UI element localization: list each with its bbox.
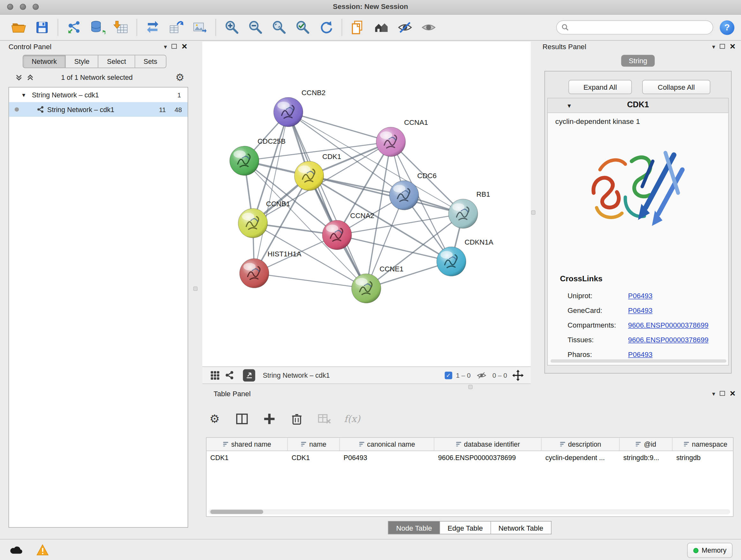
edge-CDK1-RB1[interactable] xyxy=(309,176,463,213)
network-node-CCNA1[interactable]: CCNA1 xyxy=(376,118,428,157)
cell-database-identifier[interactable]: 9606.ENSP00000378699 xyxy=(434,451,542,464)
table-options-gear-icon[interactable]: ⚙ xyxy=(207,411,222,426)
save-session-button[interactable] xyxy=(30,17,54,38)
cell-namespace[interactable]: stringdb xyxy=(672,451,733,464)
open-in-new-window-button[interactable] xyxy=(243,369,255,381)
float-panel-icon[interactable] xyxy=(720,391,725,396)
cell-description[interactable]: cyclin-dependent ... xyxy=(542,451,619,464)
column-header-name[interactable]: name xyxy=(288,438,340,450)
network-node-CCNE1[interactable]: CCNE1 xyxy=(352,265,404,303)
float-panel-icon[interactable] xyxy=(720,44,725,49)
collapse-all-button[interactable]: Collapse All xyxy=(643,80,711,94)
column-header-shared-name[interactable]: shared name xyxy=(206,438,288,450)
expand-all-button[interactable]: Expand All xyxy=(569,80,632,94)
help-button[interactable]: ? xyxy=(720,20,734,35)
crosslink-link[interactable]: P06493 xyxy=(628,307,653,314)
horizontal-scrollbar[interactable] xyxy=(208,509,730,514)
network-node-CDC6[interactable]: CDC6 xyxy=(389,172,436,210)
column-header-namespace[interactable]: namespace xyxy=(672,438,733,450)
edge-CCNA2-CDKN1A[interactable] xyxy=(337,235,451,261)
zoom-selected-button[interactable] xyxy=(291,17,314,38)
edge-CCNB2-HIST1H1A[interactable] xyxy=(254,112,288,273)
add-column-icon[interactable] xyxy=(262,411,277,426)
results-scrollbar[interactable] xyxy=(550,359,726,362)
scrollbar-thumb[interactable] xyxy=(210,509,263,514)
panel-menu-icon[interactable]: ▾ xyxy=(712,44,715,50)
open-session-button[interactable] xyxy=(7,17,30,38)
gene-section-header[interactable]: ▾ CDK1 xyxy=(548,98,728,113)
network-collection-row[interactable]: ▾ String Network – cdk1 1 xyxy=(9,87,188,102)
close-panel-icon[interactable]: × xyxy=(182,43,187,50)
reload-network-button[interactable] xyxy=(141,17,164,38)
tab-string[interactable]: String xyxy=(621,55,655,67)
grid-view-icon[interactable] xyxy=(208,369,222,381)
cell-name[interactable]: CDK1 xyxy=(288,451,340,464)
cell-canonical-name[interactable]: P06493 xyxy=(340,451,434,464)
panel-menu-icon[interactable]: ▾ xyxy=(164,44,167,50)
zoom-in-button[interactable] xyxy=(220,17,244,38)
duplicate-network-button[interactable] xyxy=(346,17,369,38)
show-hide-graphics-details-button[interactable] xyxy=(393,17,417,38)
cell--id[interactable]: stringdb:9... xyxy=(619,451,672,464)
column-header-description[interactable]: description xyxy=(542,438,619,450)
cloud-services-button[interactable] xyxy=(8,543,24,557)
delete-column-trash-icon[interactable] xyxy=(289,411,304,426)
close-panel-icon[interactable]: × xyxy=(730,389,735,397)
column-header-database-identifier[interactable]: database identifier xyxy=(434,438,542,450)
zoom-fit-button[interactable] xyxy=(267,17,291,38)
function-builder-icon: f(x) xyxy=(344,413,360,425)
disclosure-triangle-icon[interactable]: ▾ xyxy=(22,91,25,98)
network-options-gear-icon[interactable]: ⚙ xyxy=(176,72,185,82)
export-image-button[interactable] xyxy=(188,17,212,38)
network-node-CDKN1A[interactable]: CDKN1A xyxy=(436,238,493,276)
crosslink-link[interactable]: P06493 xyxy=(628,292,653,300)
tab-node-table[interactable]: Node Table xyxy=(388,521,440,534)
memory-button[interactable]: Memory xyxy=(687,543,732,558)
column-header-canonical-name[interactable]: canonical name xyxy=(340,438,434,450)
vertical-splitter-handle[interactable] xyxy=(531,210,536,214)
zoom-out-button[interactable] xyxy=(244,17,267,38)
tab-sets[interactable]: Sets xyxy=(135,55,165,68)
edge-CCNB2-CCNA1[interactable] xyxy=(288,112,391,142)
edge-HIST1H1A-CCNE1[interactable] xyxy=(254,273,366,288)
search-input[interactable] xyxy=(569,23,708,32)
home-button[interactable] xyxy=(369,17,393,38)
table-row[interactable]: CDK1CDK1P064939606.ENSP00000378699cyclin… xyxy=(206,451,733,464)
import-table-from-file-button[interactable] xyxy=(109,17,133,38)
network-node-CCNB1[interactable]: CCNB1 xyxy=(238,200,290,238)
refresh-view-button[interactable] xyxy=(314,17,338,38)
edge-CCNB2-CCNE1[interactable] xyxy=(288,112,366,288)
crosslink-link[interactable]: 9606.ENSP00000378699 xyxy=(628,335,709,344)
crosslink-link[interactable]: P06493 xyxy=(628,350,653,358)
tab-network[interactable]: Network xyxy=(23,55,66,68)
new-network-from-table-button[interactable] xyxy=(164,17,188,38)
cell-shared-name[interactable]: CDK1 xyxy=(206,451,288,464)
panel-menu-icon[interactable]: ▾ xyxy=(712,390,715,396)
network-node-CDK1[interactable]: CDK1 xyxy=(294,152,341,191)
vertical-splitter-handle[interactable] xyxy=(193,287,198,291)
window-title: Session: New Session xyxy=(0,2,741,10)
crosslink-link[interactable]: 9606.ENSP00000378699 xyxy=(628,321,709,329)
network-node-HIST1H1A[interactable]: HIST1H1A xyxy=(240,250,301,288)
hidden-items-eye-icon[interactable] xyxy=(475,369,488,381)
close-panel-icon[interactable]: × xyxy=(730,43,735,50)
show-columns-icon[interactable] xyxy=(234,411,250,426)
network-node-RB1[interactable]: RB1 xyxy=(448,190,490,228)
tab-select[interactable]: Select xyxy=(98,55,135,68)
tab-style[interactable]: Style xyxy=(66,55,98,68)
collection-label: String Network – cdk1 xyxy=(32,91,99,99)
warnings-button[interactable] xyxy=(34,543,51,557)
import-network-from-database-button[interactable] xyxy=(85,17,109,38)
import-network-from-file-button[interactable] xyxy=(62,17,85,38)
tab-network-table[interactable]: Network Table xyxy=(491,521,551,534)
float-panel-icon[interactable] xyxy=(172,44,177,49)
tab-edge-table[interactable]: Edge Table xyxy=(440,521,491,534)
network-share-icon[interactable] xyxy=(222,369,236,381)
birds-eye-view-button[interactable] xyxy=(417,17,441,38)
toolbar-search-field[interactable] xyxy=(556,20,713,35)
network-canvas[interactable]: CCNB2CCNA1CDC25BCDK1CDC6RB1CCNB1CCNA2CDK… xyxy=(202,42,531,366)
selected-checkbox-icon[interactable]: ✓ xyxy=(445,371,452,379)
network-row[interactable]: String Network – cdk1 11 48 xyxy=(9,102,188,117)
column-header--id[interactable]: @id xyxy=(619,438,672,450)
fit-content-move-icon[interactable] xyxy=(511,369,525,381)
